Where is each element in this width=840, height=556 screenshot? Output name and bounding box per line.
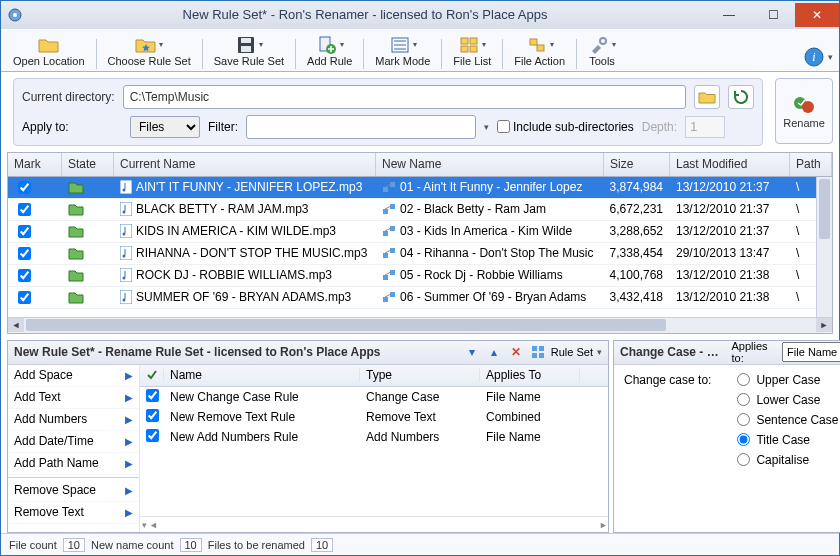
open-location-button[interactable]: Open Location [7, 33, 91, 69]
file-action-button[interactable]: ▾ File Action [508, 33, 571, 69]
minimize-button[interactable]: — [707, 3, 751, 27]
rule-row[interactable]: New Add Numbers RuleAdd NumbersFile Name [140, 427, 608, 447]
case-option[interactable]: Upper Case [737, 373, 838, 387]
collapse-down-icon[interactable]: ▾ [463, 343, 481, 361]
rule-action-item[interactable]: Add Date/Time▶ [8, 431, 139, 453]
rule-action-item[interactable]: Add Space▶ [8, 365, 139, 387]
rule-action-item[interactable]: Add Path Name▶ [8, 453, 139, 475]
mark-checkbox[interactable] [18, 225, 31, 238]
app-icon [7, 7, 23, 23]
rule-action-item[interactable]: Remove Text▶ [8, 502, 139, 524]
mark-checkbox[interactable] [18, 203, 31, 216]
filter-input[interactable] [246, 115, 476, 139]
current-directory-input[interactable] [123, 85, 686, 109]
case-radio[interactable] [737, 393, 750, 406]
table-row[interactable]: BLACK BETTY - RAM JAM.mp302 - Black Bett… [8, 199, 832, 221]
case-radio[interactable] [737, 433, 750, 446]
delete-rule-icon[interactable]: ✕ [507, 343, 525, 361]
rule-action-label: Remove Text [14, 505, 84, 519]
save-rule-set-button[interactable]: ▾ Save Rule Set [208, 33, 290, 69]
case-radio[interactable] [737, 413, 750, 426]
table-row[interactable]: RIHANNA - DON'T STOP THE MUSIC.mp304 - R… [8, 243, 832, 265]
rule-enabled-checkbox[interactable] [146, 429, 159, 442]
change-case-panel: Change Case - Ne… Applies to: File Name … [613, 340, 840, 534]
svg-rect-10 [461, 46, 468, 52]
size-cell: 3,288,652 [604, 224, 670, 238]
case-option[interactable]: Sentence Case [737, 413, 838, 427]
case-option[interactable]: Lower Case [737, 393, 838, 407]
rule-name-cell: New Remove Text Rule [164, 410, 360, 424]
table-row[interactable]: SUMMER OF '69 - BRYAN ADAMS.mp306 - Summ… [8, 287, 832, 309]
size-cell: 7,338,454 [604, 246, 670, 260]
refresh-button[interactable] [728, 85, 754, 109]
case-options: Upper CaseLower CaseSentence CaseTitle C… [737, 373, 838, 467]
rule-enabled-checkbox[interactable] [146, 409, 159, 422]
state-icon [68, 268, 84, 282]
play-icon: ▶ [125, 370, 133, 381]
mark-checkbox[interactable] [18, 269, 31, 282]
change-case-to-label: Change case to: [624, 373, 711, 467]
add-rule-button[interactable]: ▾ Add Rule [301, 33, 358, 69]
table-row[interactable]: AIN'T IT FUNNY - JENNIFER LOPEZ.mp301 - … [8, 177, 832, 199]
info-icon[interactable]: i [802, 45, 826, 69]
rules-col-name[interactable]: Name [164, 368, 360, 382]
table-row[interactable]: KIDS IN AMERICA - KIM WILDE.mp303 - Kids… [8, 221, 832, 243]
main-toolbar: Open Location ▾ Choose Rule Set ▾ Save R… [1, 29, 839, 72]
tools-button[interactable]: ▾ Tools [582, 33, 622, 69]
mark-mode-button[interactable]: ▾ Mark Mode [369, 33, 436, 69]
rules-col-applies[interactable]: Applies To [480, 368, 580, 382]
rule-action-item[interactable]: Remove Space▶ [8, 480, 139, 502]
chevron-down-icon: ▾ [259, 40, 263, 49]
tools-label: Tools [589, 55, 615, 67]
col-new-name[interactable]: New Name [376, 153, 604, 176]
case-radio[interactable] [737, 373, 750, 386]
rules-col-type[interactable]: Type [360, 368, 480, 382]
col-path[interactable]: Path [790, 153, 832, 176]
rename-button[interactable]: Rename [775, 78, 833, 144]
close-button[interactable]: ✕ [795, 3, 839, 27]
table-row[interactable]: ROCK DJ - ROBBIE WILLIAMS.mp305 - Rock D… [8, 265, 832, 287]
chevron-down-icon[interactable]: ▾ [597, 347, 602, 357]
col-mark[interactable]: Mark [8, 153, 62, 176]
music-file-icon [120, 224, 132, 238]
case-option[interactable]: Capitalise [737, 453, 838, 467]
horizontal-scrollbar[interactable]: ◄ ► [8, 317, 832, 333]
mark-checkbox[interactable] [18, 291, 31, 304]
new-name-cell: 06 - Summer Of '69 - Bryan Adams [400, 290, 586, 304]
case-radio[interactable] [737, 453, 750, 466]
rule-action-item[interactable]: Add Numbers▶ [8, 409, 139, 431]
mark-checkbox[interactable] [18, 247, 31, 260]
maximize-button[interactable]: ☐ [751, 3, 795, 27]
file-grid-body[interactable]: AIN'T IT FUNNY - JENNIFER LOPEZ.mp301 - … [8, 177, 832, 317]
col-current-name[interactable]: Current Name [114, 153, 376, 176]
col-size[interactable]: Size [604, 153, 670, 176]
modified-cell: 13/12/2010 21:38 [670, 290, 790, 304]
size-cell: 3,432,418 [604, 290, 670, 304]
rule-action-item[interactable]: Add Text▶ [8, 387, 139, 409]
svg-rect-35 [120, 268, 132, 282]
rule-set-options-icon[interactable] [529, 343, 547, 361]
col-last-modified[interactable]: Last Modified [670, 153, 790, 176]
rule-row[interactable]: New Change Case RuleChange CaseFile Name [140, 387, 608, 407]
choose-rule-set-button[interactable]: ▾ Choose Rule Set [102, 33, 197, 69]
apply-to-select[interactable]: Files [130, 116, 200, 138]
file-list-button[interactable]: ▾ File List [447, 33, 497, 69]
rules-horizontal-scrollbar[interactable]: ▾ ◄ ► [140, 516, 608, 532]
browse-folder-button[interactable] [694, 85, 720, 109]
case-option[interactable]: Title Case [737, 433, 838, 447]
col-state[interactable]: State [62, 153, 114, 176]
move-up-icon[interactable]: ▴ [485, 343, 503, 361]
mark-checkbox[interactable] [18, 181, 31, 194]
rules-col-toggle[interactable] [140, 369, 164, 381]
include-subdirs-checkbox[interactable]: Include sub-directories [497, 120, 634, 134]
rule-row[interactable]: New Remove Text RuleRemove TextCombined [140, 407, 608, 427]
file-action-label: File Action [514, 55, 565, 67]
applies-to-select[interactable]: File Name [782, 342, 840, 362]
svg-rect-46 [539, 353, 544, 358]
chevron-down-icon[interactable]: ▾ [828, 52, 833, 62]
rename-state-icon [382, 224, 396, 238]
chevron-down-icon[interactable]: ▾ [484, 122, 489, 132]
rule-enabled-checkbox[interactable] [146, 389, 159, 402]
rule-set-dropdown-label[interactable]: Rule Set [551, 346, 593, 358]
vertical-scrollbar[interactable] [816, 177, 832, 317]
